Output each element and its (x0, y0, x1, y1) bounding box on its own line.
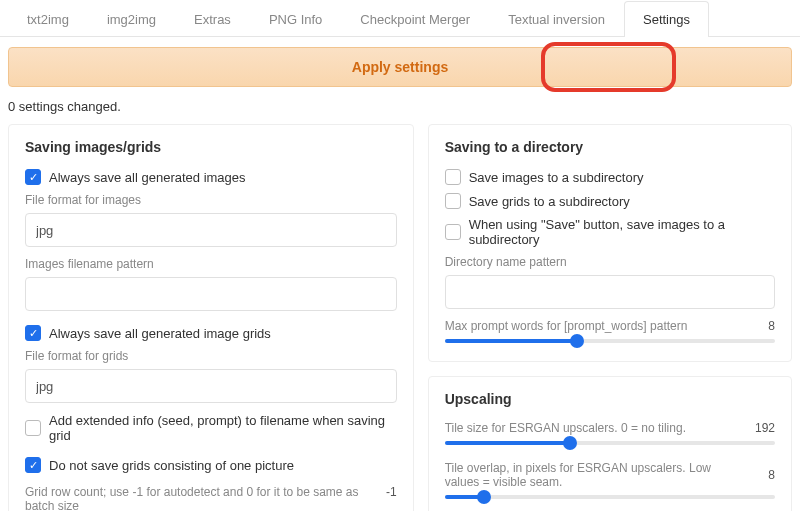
max-prompt-words-slider[interactable] (445, 333, 775, 347)
images-filename-pattern-label: Images filename pattern (25, 257, 397, 271)
tile-size-value: 192 (751, 421, 775, 435)
tab-textual-inversion[interactable]: Textual inversion (489, 1, 624, 37)
tile-size-label: Tile size for ESRGAN upscalers. 0 = no t… (445, 421, 743, 435)
checkbox-label: When using "Save" button, save images to… (469, 217, 775, 247)
max-prompt-words-label: Max prompt words for [prompt_words] patt… (445, 319, 743, 333)
file-format-grids-label: File format for grids (25, 349, 397, 363)
panel-title: Upscaling (445, 391, 775, 407)
tile-overlap-slider[interactable] (445, 489, 775, 503)
grid-row-count-value: -1 (373, 485, 397, 499)
checkbox-save-grids-subdir[interactable] (445, 193, 461, 209)
tile-overlap-value: 8 (751, 468, 775, 482)
tab-txt2img[interactable]: txt2img (8, 1, 88, 37)
checkbox-label: Do not save grids consisting of one pict… (49, 458, 294, 473)
panel-saving-directory: Saving to a directory Save images to a s… (428, 124, 792, 362)
status-text: 0 settings changed. (0, 95, 800, 124)
tab-checkpoint-merger[interactable]: Checkpoint Merger (341, 1, 489, 37)
tab-extras[interactable]: Extras (175, 1, 250, 37)
tile-overlap-label: Tile overlap, in pixels for ESRGAN upsca… (445, 461, 743, 489)
grid-row-count-label: Grid row count; use -1 for autodetect an… (25, 485, 365, 511)
highlight-annotation (541, 42, 676, 92)
file-format-images-label: File format for images (25, 193, 397, 207)
checkbox-label: Save grids to a subdirectory (469, 194, 630, 209)
max-prompt-words-value: 8 (751, 319, 775, 333)
checkbox-always-save-grids[interactable] (25, 325, 41, 341)
checkbox-label: Save images to a subdirectory (469, 170, 644, 185)
tab-pnginfo[interactable]: PNG Info (250, 1, 341, 37)
checkbox-save-button-subdir[interactable] (445, 224, 461, 240)
checkbox-always-save-images[interactable] (25, 169, 41, 185)
tab-img2img[interactable]: img2img (88, 1, 175, 37)
file-format-images-input[interactable] (25, 213, 397, 247)
panel-title: Saving to a directory (445, 139, 775, 155)
panel-upscaling: Upscaling Tile size for ESRGAN upscalers… (428, 376, 792, 511)
panel-saving-images: Saving images/grids Always save all gene… (8, 124, 414, 511)
checkbox-label: Add extended info (seed, prompt) to file… (49, 413, 397, 443)
checkbox-extended-info[interactable] (25, 420, 41, 436)
tile-size-slider[interactable] (445, 435, 775, 449)
checkbox-no-single-grid[interactable] (25, 457, 41, 473)
panel-title: Saving images/grids (25, 139, 397, 155)
directory-name-pattern-input[interactable] (445, 275, 775, 309)
checkbox-label: Always save all generated images (49, 170, 246, 185)
tab-bar: txt2img img2img Extras PNG Info Checkpoi… (0, 0, 800, 37)
checkbox-label: Always save all generated image grids (49, 326, 271, 341)
images-filename-pattern-input[interactable] (25, 277, 397, 311)
directory-name-pattern-label: Directory name pattern (445, 255, 775, 269)
apply-settings-button[interactable]: Apply settings (352, 59, 448, 75)
file-format-grids-input[interactable] (25, 369, 397, 403)
tab-settings[interactable]: Settings (624, 1, 709, 37)
checkbox-save-images-subdir[interactable] (445, 169, 461, 185)
apply-settings-bar: Apply settings (8, 47, 792, 87)
